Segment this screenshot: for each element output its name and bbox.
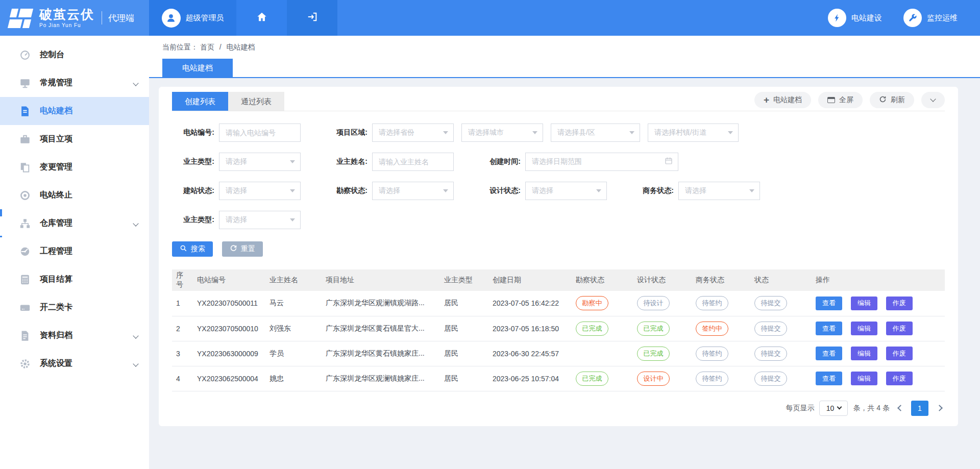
chevron-down-icon	[133, 80, 138, 86]
view-button[interactable]: 查看	[816, 322, 842, 335]
void-button[interactable]: 作废	[886, 322, 913, 335]
dashboard-icon	[19, 50, 31, 61]
table-header-row: 序号 电站编号 业主姓名 项目地址 业主类型 创建日期 勘察状态 设计状态 商务…	[172, 269, 945, 291]
user-menu[interactable]: 超级管理员	[149, 0, 236, 36]
col-header: 操作	[812, 269, 945, 291]
status-badge: 待提交	[754, 372, 787, 386]
edit-button[interactable]: 编辑	[851, 347, 877, 360]
filter-form: 电站编号: 项目区域: 请选择省份 请选择城市	[172, 124, 945, 229]
status-badge: 已完成	[637, 322, 670, 336]
edit-button[interactable]: 编辑	[851, 372, 877, 385]
add-station-label: 电站建档	[773, 95, 802, 105]
home-button[interactable]	[236, 0, 287, 36]
filter-label: 设计状态:	[478, 186, 521, 195]
portal-label: 代理端	[108, 12, 134, 24]
station-table: 序号 电站编号 业主姓名 项目地址 业主类型 创建日期 勘察状态 设计状态 商务…	[172, 269, 945, 391]
next-page-button[interactable]	[934, 401, 945, 416]
business-status-select[interactable]: 请选择	[678, 182, 760, 200]
filter-label: 勘察状态:	[325, 186, 368, 195]
refresh-label: 刷新	[891, 95, 905, 105]
logout-button[interactable]	[287, 0, 337, 36]
gear-icon	[19, 358, 31, 369]
sidebar-item-system-settings[interactable]: 系统设置	[0, 350, 149, 378]
view-button[interactable]: 查看	[816, 372, 842, 385]
fullscreen-label: 全屏	[839, 95, 853, 105]
owner-type2-select[interactable]: 请选择	[219, 211, 301, 229]
survey-status-select[interactable]: 请选择	[372, 182, 454, 200]
sidebar-item-type2-card[interactable]: 开二类卡	[0, 293, 149, 322]
province-select[interactable]: 请选择省份	[372, 124, 454, 142]
caret-down-icon	[443, 189, 448, 195]
nav-monitor-ops-label: 监控运维	[927, 13, 958, 23]
edit-button[interactable]: 编辑	[851, 297, 877, 310]
reset-button[interactable]: 重置	[222, 241, 263, 257]
station-code-input[interactable]	[219, 124, 301, 142]
village-select[interactable]: 请选择村镇/街道	[648, 124, 739, 142]
refresh-icon	[879, 95, 887, 105]
chevron-down-icon	[930, 96, 936, 102]
prev-page-button[interactable]	[895, 401, 906, 416]
table-row: 1 YX2023070500011 马云 广东深圳龙华区观澜镇观湖路... 居民…	[172, 291, 945, 316]
edit-button[interactable]: 编辑	[851, 322, 877, 335]
owner-type-select[interactable]: 请选择	[219, 153, 301, 171]
status-badge: 已完成	[637, 347, 670, 361]
reset-icon	[230, 244, 237, 254]
search-label: 搜索	[191, 244, 205, 254]
caret-down-icon	[532, 131, 537, 137]
sidebar-item-engineering-mgmt[interactable]: 工程管理	[0, 237, 149, 265]
table-row: 4 YX2023062500004 姚忠 广东深圳龙华区观澜镇姚家庄... 居民…	[172, 366, 945, 391]
page-1-button[interactable]: 1	[911, 401, 928, 416]
chevron-down-icon	[133, 220, 138, 226]
breadcrumb-home[interactable]: 首页	[200, 43, 214, 51]
date-range-input[interactable]: 请选择日期范围	[525, 153, 678, 171]
document-icon	[19, 106, 31, 117]
brand-text: 破茧云伏 Po Jian Yun Fu	[39, 8, 94, 28]
view-button[interactable]: 查看	[816, 297, 842, 310]
col-header: 电站编号	[193, 269, 265, 291]
logout-icon	[307, 11, 318, 24]
caret-down-icon	[290, 160, 295, 166]
sidebar-item-data-archive[interactable]: 资料归档	[0, 322, 149, 350]
sidebar-item-project-initiation[interactable]: 项目立项	[0, 125, 149, 153]
lightning-icon	[828, 9, 846, 27]
status-badge: 设计中	[637, 372, 670, 386]
nav-monitor-ops[interactable]: 监控运维	[903, 9, 958, 27]
filter-label: 电站编号:	[172, 128, 214, 137]
tab-create-list[interactable]: 创建列表	[172, 92, 228, 111]
sidebar-item-station-termination[interactable]: 电站终止	[0, 181, 149, 209]
void-button[interactable]: 作废	[886, 347, 913, 360]
chevron-down-icon	[133, 361, 138, 366]
owner-name-input[interactable]	[372, 153, 454, 171]
tab-passed-list[interactable]: 通过列表	[228, 92, 284, 111]
sidebar-item-general-mgmt[interactable]: 常规管理	[0, 69, 149, 97]
sidebar-item-console[interactable]: 控制台	[0, 41, 149, 69]
chevron-down-icon	[133, 333, 138, 338]
collapse-button[interactable]	[921, 92, 945, 108]
void-button[interactable]: 作废	[886, 297, 913, 310]
add-station-button[interactable]: + 电站建档	[754, 92, 811, 108]
sidebar-item-warehouse-mgmt[interactable]: 仓库管理	[0, 209, 149, 237]
city-select[interactable]: 请选择城市	[461, 124, 543, 142]
sidebar-item-project-settlement[interactable]: 项目结算	[0, 265, 149, 293]
design-status-select[interactable]: 请选择	[525, 182, 607, 200]
build-status-select[interactable]: 请选择	[219, 182, 301, 200]
page-size-select[interactable]: 10	[819, 401, 848, 416]
status-badge: 待签约	[696, 296, 728, 310]
fullscreen-button[interactable]: 全屏	[818, 92, 863, 108]
void-button[interactable]: 作废	[886, 372, 913, 385]
logo-icon	[8, 7, 34, 29]
page-size-value: 10	[826, 404, 835, 412]
sidebar-item-change-mgmt[interactable]: 变更管理	[0, 153, 149, 181]
view-button[interactable]: 查看	[816, 347, 842, 360]
search-button[interactable]: 搜索	[172, 241, 213, 257]
page-tab[interactable]: 电站建档	[162, 59, 233, 77]
nav-station-build[interactable]: 电站建设	[828, 9, 882, 27]
sidebar-item-station-filing[interactable]: 电站建档	[0, 97, 149, 125]
status-badge: 待提交	[754, 322, 787, 336]
copy-icon	[19, 162, 31, 173]
county-select[interactable]: 请选择县/区	[551, 124, 640, 142]
sidebar-item-label: 项目结算	[40, 274, 72, 285]
col-header: 状态	[750, 269, 812, 291]
refresh-button[interactable]: 刷新	[870, 92, 914, 108]
sidebar-item-label: 工程管理	[40, 246, 72, 257]
